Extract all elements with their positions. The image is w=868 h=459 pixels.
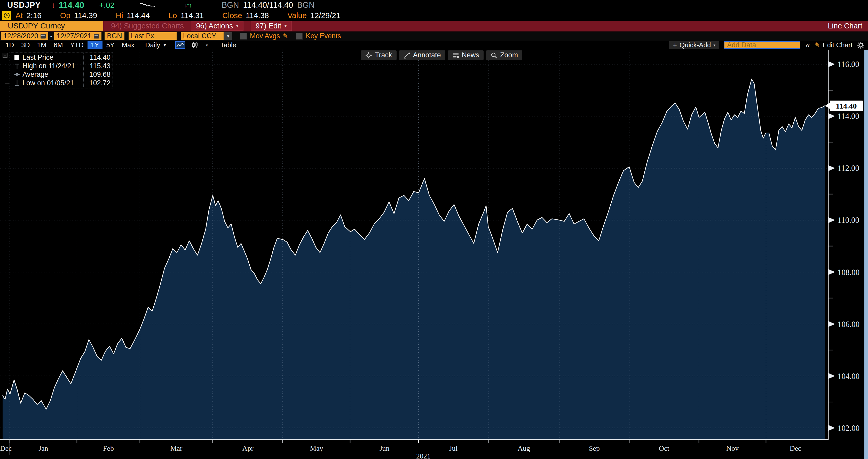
- pencil-icon: [404, 52, 410, 59]
- y-axis-label: 116.00: [838, 60, 859, 69]
- ask-source-label: BGN: [297, 1, 314, 10]
- range-button-3d[interactable]: 3D: [18, 41, 33, 49]
- chart-scrollbar[interactable]: [864, 50, 868, 459]
- legend-label: High on 11/24/21: [23, 62, 83, 70]
- pencil-icon[interactable]: ✎: [282, 32, 288, 40]
- suggested-charts-button[interactable]: 94) Suggested Charts: [111, 22, 184, 30]
- annotate-button[interactable]: Annotate: [399, 50, 445, 60]
- mov-avgs-label: Mov Avgs: [250, 32, 280, 40]
- settings-bar: 12/28/2020 - 12/27/2021 BGN Last Px Loca…: [0, 31, 868, 40]
- edit-chart-label: Edit Chart: [823, 41, 852, 49]
- chart-type-dropdown-button[interactable]: ▾: [203, 41, 211, 49]
- security-tab[interactable]: USDJPY Curncy: [0, 21, 103, 31]
- stat-close: Close114.38: [222, 11, 269, 20]
- stat-label: Hi: [116, 11, 123, 20]
- major-tick-arrow: [829, 165, 835, 171]
- date-to-field[interactable]: 12/27/2021: [54, 32, 101, 40]
- key-events-checkbox[interactable]: [296, 33, 303, 39]
- legend-row-0[interactable]: Last Price114.40: [11, 53, 113, 62]
- date-from-value: 12/28/2020: [3, 32, 38, 40]
- legend-row-3[interactable]: Low on 01/05/21102.72: [11, 79, 113, 87]
- range-button-5y[interactable]: 5Y: [103, 41, 118, 49]
- ticker-symbol: USDJPY: [7, 1, 41, 10]
- y-axis-label: 102.00: [838, 424, 860, 433]
- zoom-button[interactable]: Zoom: [486, 50, 522, 60]
- track-button[interactable]: Track: [361, 50, 397, 60]
- stats-bar: At2:16Op114.39Hi114.44Lo114.31Close114.3…: [0, 10, 868, 21]
- major-tick-arrow: [829, 217, 835, 223]
- range-button-max[interactable]: Max: [118, 41, 137, 49]
- stat-value: 114.44: [127, 11, 150, 20]
- chart-legend: Last Price114.40High on 11/24/21115.43Av…: [2, 52, 113, 88]
- date-range-dash: -: [50, 32, 53, 40]
- price-source-button[interactable]: BGN: [104, 32, 124, 40]
- price-area: [3, 79, 825, 439]
- settings-gear-button[interactable]: [857, 41, 864, 49]
- date-from-field[interactable]: 12/28/2020: [1, 32, 48, 40]
- key-events-label: Key Events: [306, 32, 341, 40]
- pencil-icon: ✎: [814, 41, 820, 49]
- legend-value: 115.43: [83, 62, 111, 70]
- stat-at: At2:16: [16, 11, 41, 20]
- price-chart-svg[interactable]: 116.00114.00112.00110.00108.00106.00104.…: [0, 50, 868, 459]
- high-marker-icon: [13, 62, 22, 70]
- x-axis-label: Jan: [38, 444, 48, 452]
- legend-row-2[interactable]: Average109.68: [11, 70, 113, 79]
- table-button[interactable]: Table: [220, 41, 236, 49]
- last-price-marker-icon: [13, 54, 22, 61]
- collapse-panel-button[interactable]: «: [806, 41, 810, 50]
- actions-menu-button[interactable]: 96) Actions▾: [191, 21, 244, 31]
- price-field-selector[interactable]: Last Px: [129, 32, 177, 40]
- frequency-label: Daily: [145, 41, 160, 49]
- year-label: 2021: [416, 452, 431, 459]
- news-button[interactable]: News: [448, 50, 484, 60]
- major-tick-arrow: [829, 321, 835, 327]
- edit-chart-button[interactable]: ✎Edit Chart: [814, 41, 852, 49]
- quick-add-button[interactable]: +Quick-Add▾: [669, 41, 719, 49]
- x-axis-label: Jul: [449, 444, 458, 452]
- y-axis-label: 112.00: [838, 164, 859, 173]
- clock-icon: [2, 11, 11, 20]
- quick-add-label: Quick-Add: [680, 41, 711, 49]
- chart-type-label: Line Chart: [828, 22, 862, 30]
- legend-label: Low on 01/05/21: [23, 79, 83, 87]
- range-button-ytd[interactable]: YTD: [67, 41, 87, 49]
- legend-label: Average: [23, 70, 83, 79]
- edit-menu-button[interactable]: 97) Edit▾: [251, 21, 292, 31]
- major-tick-arrow: [829, 61, 835, 67]
- chart-toolbar: TrackAnnotateNewsZoom: [361, 50, 522, 60]
- legend-row-1[interactable]: High on 11/24/21115.43: [11, 62, 113, 70]
- x-axis-label: Aug: [518, 444, 530, 452]
- range-button-1m[interactable]: 1M: [34, 41, 50, 49]
- crosshair-icon: [365, 52, 372, 59]
- bid-ask-quote: 114.40/114.40: [243, 1, 293, 10]
- candlestick-icon: [191, 42, 199, 49]
- stat-label: Value: [287, 11, 307, 20]
- stat-label: At: [16, 11, 23, 20]
- line-chart-icon: [176, 42, 184, 48]
- legend-label: Last Price: [23, 54, 83, 61]
- chevron-down-icon: ▾: [284, 23, 287, 29]
- legend-tree-lines: [2, 52, 10, 88]
- range-button-1d[interactable]: 1D: [2, 41, 17, 49]
- chart-region: 116.00114.00112.00110.00108.00106.00104.…: [0, 50, 868, 459]
- line-chart-type-button[interactable]: [175, 41, 185, 49]
- y-axis-label: 108.00: [838, 268, 860, 277]
- sparkline-icon: [139, 2, 155, 9]
- currency-selector[interactable]: Local CCY: [181, 32, 224, 40]
- candle-chart-type-button[interactable]: [190, 41, 200, 49]
- mov-avgs-checkbox[interactable]: [240, 33, 247, 39]
- range-button-6m[interactable]: 6M: [50, 41, 66, 49]
- up-down-arrows-icon: ↓↑↑: [184, 2, 191, 9]
- y-axis-label: 106.00: [838, 320, 860, 329]
- range-button-1y[interactable]: 1Y: [88, 41, 102, 49]
- major-tick-arrow: [829, 269, 835, 275]
- frequency-selector[interactable]: Daily▼: [142, 41, 170, 49]
- add-data-input[interactable]: [724, 41, 800, 49]
- gear-icon: [857, 41, 864, 49]
- major-tick-arrow: [829, 113, 835, 119]
- x-axis-label: Mar: [170, 444, 183, 452]
- currency-dropdown-button[interactable]: ▾: [224, 32, 232, 40]
- stat-value: 114.31: [181, 11, 204, 20]
- tool-label: News: [462, 51, 479, 59]
